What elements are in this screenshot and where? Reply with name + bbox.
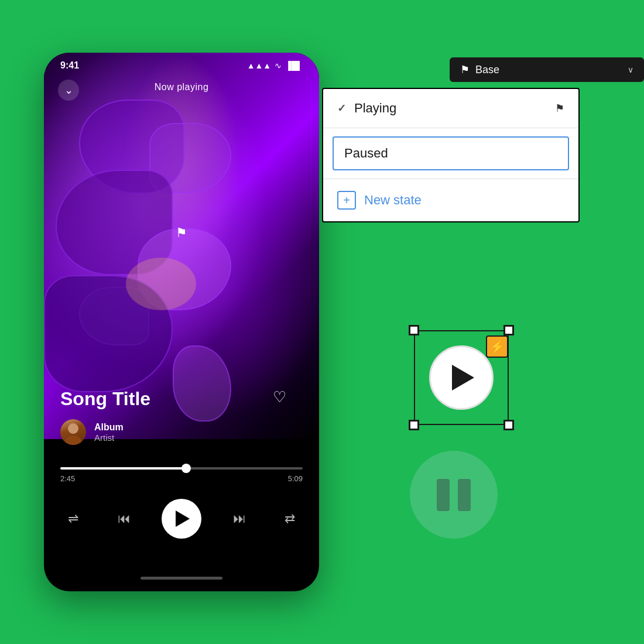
paused-state-input[interactable]: [333, 136, 569, 170]
song-info: Song Title ♡ Album Artist: [44, 388, 319, 445]
artist-name: Artist: [94, 433, 124, 443]
repeat-button[interactable]: ⇄: [277, 506, 303, 532]
play-triangle-icon: [452, 365, 474, 390]
play-icon: [176, 511, 190, 527]
progress-thumb[interactable]: [181, 464, 191, 473]
handle-top-left[interactable]: [409, 325, 419, 335]
time-total: 5:09: [288, 474, 303, 483]
pause-bar-right: [458, 479, 471, 511]
progress-fill: [60, 467, 186, 470]
plus-icon: +: [343, 194, 350, 207]
back-button[interactable]: ⌄: [58, 80, 79, 101]
artist-avatar: [60, 419, 86, 445]
play-circle-icon: [429, 345, 494, 410]
time-current: 2:45: [60, 474, 75, 483]
new-state-row[interactable]: + New state: [323, 179, 578, 221]
state-panel: ✓ Playing ⚑ + New state: [322, 88, 580, 222]
home-bar: [141, 577, 222, 580]
song-title: Song Title: [60, 388, 303, 410]
shuffle-button[interactable]: ⇌: [60, 506, 86, 532]
status-icons: ▲▲▲ ∿ ▐█▌: [247, 61, 303, 70]
lightning-icon: ⚡: [490, 340, 505, 354]
chevron-down-icon: ⌄: [64, 84, 73, 97]
base-state-button[interactable]: ⚑ Base ∨: [450, 57, 644, 82]
paused-state-row[interactable]: [323, 128, 578, 179]
checkmark-icon: ✓: [337, 102, 346, 115]
playing-state-label: Playing: [354, 101, 547, 116]
status-bar: 9:41 ▲▲▲ ∿ ▐█▌: [44, 53, 319, 78]
play-button[interactable]: [162, 499, 201, 539]
pause-button[interactable]: [410, 451, 498, 539]
handle-bottom-left[interactable]: [409, 420, 419, 430]
svg-point-0: [68, 423, 78, 434]
handle-top-right[interactable]: [503, 325, 514, 335]
album-name: Album: [94, 422, 124, 433]
phone-mockup: 9:41 ▲▲▲ ∿ ▐█▌ ⌄ Now playing ⚑ Song Titl…: [44, 53, 319, 591]
heart-button[interactable]: ♡: [273, 388, 286, 406]
new-state-icon: +: [337, 191, 356, 210]
progress-times: 2:45 5:09: [60, 474, 303, 483]
status-time: 9:41: [60, 60, 79, 71]
new-state-label: New state: [364, 193, 422, 208]
pause-bar-left: [437, 479, 450, 511]
pause-icon: [437, 479, 471, 511]
progress-track[interactable]: [60, 467, 303, 470]
base-flag-icon: ⚑: [460, 63, 470, 76]
now-playing-label: Now playing: [155, 82, 209, 93]
component-icon[interactable]: ⚡: [403, 319, 520, 436]
base-label: Base: [475, 64, 499, 76]
playing-flag-icon: ⚑: [555, 102, 564, 115]
battery-icon: ▐█▌: [285, 61, 303, 70]
prev-button[interactable]: ⏮: [111, 506, 137, 532]
artist-info: Album Artist: [60, 419, 303, 445]
flag-bookmark-icon: ⚑: [176, 225, 187, 241]
playing-state-item[interactable]: ✓ Playing ⚑: [323, 89, 578, 128]
chevron-icon: ∨: [628, 65, 633, 74]
playback-controls: ⇌ ⏮ ⏭ ⇄: [60, 499, 303, 539]
handle-bottom-right[interactable]: [503, 420, 514, 430]
next-button[interactable]: ⏭: [227, 506, 252, 532]
album-art: [44, 53, 319, 439]
progress-section[interactable]: 2:45 5:09: [60, 467, 303, 483]
svg-point-1: [65, 436, 81, 445]
lightning-badge: ⚡: [486, 335, 508, 358]
wifi-icon: ∿: [275, 61, 282, 70]
signal-icon: ▲▲▲: [247, 61, 272, 70]
